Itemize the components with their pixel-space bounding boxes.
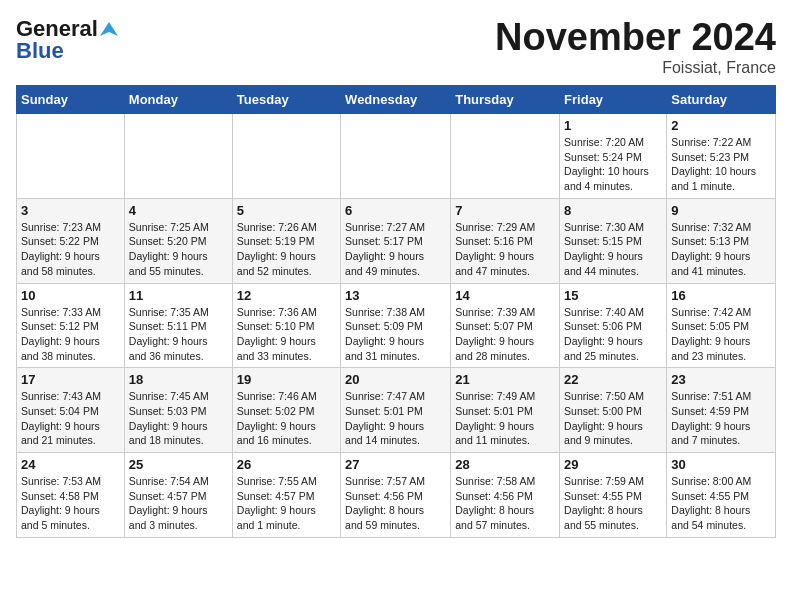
day-info: Sunrise: 7:36 AMSunset: 5:10 PMDaylight:… xyxy=(237,305,336,364)
title-section: November 2024 Foissiat, France xyxy=(495,16,776,77)
calendar-cell xyxy=(17,114,125,199)
day-number: 21 xyxy=(455,372,555,387)
day-info: Sunrise: 7:59 AMSunset: 4:55 PMDaylight:… xyxy=(564,474,662,533)
calendar-cell xyxy=(341,114,451,199)
weekday-header-row: SundayMondayTuesdayWednesdayThursdayFrid… xyxy=(17,86,776,114)
day-info: Sunrise: 7:58 AMSunset: 4:56 PMDaylight:… xyxy=(455,474,555,533)
calendar-cell: 29Sunrise: 7:59 AMSunset: 4:55 PMDayligh… xyxy=(560,453,667,538)
day-info: Sunrise: 7:50 AMSunset: 5:00 PMDaylight:… xyxy=(564,389,662,448)
calendar-cell: 25Sunrise: 7:54 AMSunset: 4:57 PMDayligh… xyxy=(124,453,232,538)
calendar-cell: 7Sunrise: 7:29 AMSunset: 5:16 PMDaylight… xyxy=(451,198,560,283)
svg-marker-0 xyxy=(100,22,118,36)
calendar-cell xyxy=(232,114,340,199)
calendar-table: SundayMondayTuesdayWednesdayThursdayFrid… xyxy=(16,85,776,538)
day-number: 27 xyxy=(345,457,446,472)
calendar-cell: 10Sunrise: 7:33 AMSunset: 5:12 PMDayligh… xyxy=(17,283,125,368)
calendar-cell: 21Sunrise: 7:49 AMSunset: 5:01 PMDayligh… xyxy=(451,368,560,453)
location: Foissiat, France xyxy=(495,59,776,77)
day-info: Sunrise: 7:23 AMSunset: 5:22 PMDaylight:… xyxy=(21,220,120,279)
calendar-cell: 18Sunrise: 7:45 AMSunset: 5:03 PMDayligh… xyxy=(124,368,232,453)
logo: General Blue xyxy=(16,16,118,64)
calendar-cell: 12Sunrise: 7:36 AMSunset: 5:10 PMDayligh… xyxy=(232,283,340,368)
week-row-1: 1Sunrise: 7:20 AMSunset: 5:24 PMDaylight… xyxy=(17,114,776,199)
weekday-header-wednesday: Wednesday xyxy=(341,86,451,114)
calendar-cell: 5Sunrise: 7:26 AMSunset: 5:19 PMDaylight… xyxy=(232,198,340,283)
calendar-cell: 24Sunrise: 7:53 AMSunset: 4:58 PMDayligh… xyxy=(17,453,125,538)
day-number: 8 xyxy=(564,203,662,218)
calendar-cell: 23Sunrise: 7:51 AMSunset: 4:59 PMDayligh… xyxy=(667,368,776,453)
calendar-cell: 27Sunrise: 7:57 AMSunset: 4:56 PMDayligh… xyxy=(341,453,451,538)
day-info: Sunrise: 7:53 AMSunset: 4:58 PMDaylight:… xyxy=(21,474,120,533)
day-number: 9 xyxy=(671,203,771,218)
calendar-cell: 17Sunrise: 7:43 AMSunset: 5:04 PMDayligh… xyxy=(17,368,125,453)
logo-blue: Blue xyxy=(16,38,64,64)
calendar-cell: 6Sunrise: 7:27 AMSunset: 5:17 PMDaylight… xyxy=(341,198,451,283)
day-info: Sunrise: 7:20 AMSunset: 5:24 PMDaylight:… xyxy=(564,135,662,194)
day-number: 10 xyxy=(21,288,120,303)
day-number: 18 xyxy=(129,372,228,387)
calendar-cell: 2Sunrise: 7:22 AMSunset: 5:23 PMDaylight… xyxy=(667,114,776,199)
calendar-cell: 19Sunrise: 7:46 AMSunset: 5:02 PMDayligh… xyxy=(232,368,340,453)
day-info: Sunrise: 7:22 AMSunset: 5:23 PMDaylight:… xyxy=(671,135,771,194)
week-row-2: 3Sunrise: 7:23 AMSunset: 5:22 PMDaylight… xyxy=(17,198,776,283)
calendar-cell: 1Sunrise: 7:20 AMSunset: 5:24 PMDaylight… xyxy=(560,114,667,199)
day-number: 16 xyxy=(671,288,771,303)
week-row-3: 10Sunrise: 7:33 AMSunset: 5:12 PMDayligh… xyxy=(17,283,776,368)
day-info: Sunrise: 7:27 AMSunset: 5:17 PMDaylight:… xyxy=(345,220,446,279)
day-info: Sunrise: 7:25 AMSunset: 5:20 PMDaylight:… xyxy=(129,220,228,279)
calendar-cell: 4Sunrise: 7:25 AMSunset: 5:20 PMDaylight… xyxy=(124,198,232,283)
calendar-cell: 22Sunrise: 7:50 AMSunset: 5:00 PMDayligh… xyxy=(560,368,667,453)
weekday-header-friday: Friday xyxy=(560,86,667,114)
day-info: Sunrise: 7:42 AMSunset: 5:05 PMDaylight:… xyxy=(671,305,771,364)
calendar-cell xyxy=(124,114,232,199)
day-info: Sunrise: 7:47 AMSunset: 5:01 PMDaylight:… xyxy=(345,389,446,448)
week-row-4: 17Sunrise: 7:43 AMSunset: 5:04 PMDayligh… xyxy=(17,368,776,453)
day-number: 22 xyxy=(564,372,662,387)
day-info: Sunrise: 7:49 AMSunset: 5:01 PMDaylight:… xyxy=(455,389,555,448)
weekday-header-monday: Monday xyxy=(124,86,232,114)
calendar-cell: 9Sunrise: 7:32 AMSunset: 5:13 PMDaylight… xyxy=(667,198,776,283)
calendar-cell: 26Sunrise: 7:55 AMSunset: 4:57 PMDayligh… xyxy=(232,453,340,538)
day-number: 6 xyxy=(345,203,446,218)
day-info: Sunrise: 7:38 AMSunset: 5:09 PMDaylight:… xyxy=(345,305,446,364)
day-number: 15 xyxy=(564,288,662,303)
logo-bird-icon xyxy=(100,20,118,38)
calendar-cell: 3Sunrise: 7:23 AMSunset: 5:22 PMDaylight… xyxy=(17,198,125,283)
day-number: 19 xyxy=(237,372,336,387)
day-info: Sunrise: 7:30 AMSunset: 5:15 PMDaylight:… xyxy=(564,220,662,279)
day-info: Sunrise: 7:43 AMSunset: 5:04 PMDaylight:… xyxy=(21,389,120,448)
day-number: 2 xyxy=(671,118,771,133)
day-number: 29 xyxy=(564,457,662,472)
weekday-header-saturday: Saturday xyxy=(667,86,776,114)
weekday-header-sunday: Sunday xyxy=(17,86,125,114)
calendar-cell: 8Sunrise: 7:30 AMSunset: 5:15 PMDaylight… xyxy=(560,198,667,283)
day-number: 11 xyxy=(129,288,228,303)
day-number: 13 xyxy=(345,288,446,303)
calendar-cell: 20Sunrise: 7:47 AMSunset: 5:01 PMDayligh… xyxy=(341,368,451,453)
day-info: Sunrise: 7:32 AMSunset: 5:13 PMDaylight:… xyxy=(671,220,771,279)
day-info: Sunrise: 7:57 AMSunset: 4:56 PMDaylight:… xyxy=(345,474,446,533)
weekday-header-tuesday: Tuesday xyxy=(232,86,340,114)
day-info: Sunrise: 7:55 AMSunset: 4:57 PMDaylight:… xyxy=(237,474,336,533)
day-info: Sunrise: 8:00 AMSunset: 4:55 PMDaylight:… xyxy=(671,474,771,533)
day-number: 14 xyxy=(455,288,555,303)
day-info: Sunrise: 7:26 AMSunset: 5:19 PMDaylight:… xyxy=(237,220,336,279)
day-number: 3 xyxy=(21,203,120,218)
month-title: November 2024 xyxy=(495,16,776,59)
calendar-cell: 16Sunrise: 7:42 AMSunset: 5:05 PMDayligh… xyxy=(667,283,776,368)
day-info: Sunrise: 7:40 AMSunset: 5:06 PMDaylight:… xyxy=(564,305,662,364)
calendar-cell: 11Sunrise: 7:35 AMSunset: 5:11 PMDayligh… xyxy=(124,283,232,368)
day-info: Sunrise: 7:54 AMSunset: 4:57 PMDaylight:… xyxy=(129,474,228,533)
calendar-cell: 14Sunrise: 7:39 AMSunset: 5:07 PMDayligh… xyxy=(451,283,560,368)
day-number: 25 xyxy=(129,457,228,472)
calendar-cell: 30Sunrise: 8:00 AMSunset: 4:55 PMDayligh… xyxy=(667,453,776,538)
day-number: 7 xyxy=(455,203,555,218)
day-number: 5 xyxy=(237,203,336,218)
day-number: 1 xyxy=(564,118,662,133)
day-number: 30 xyxy=(671,457,771,472)
day-number: 12 xyxy=(237,288,336,303)
page-header: General Blue November 2024 Foissiat, Fra… xyxy=(16,16,776,77)
day-info: Sunrise: 7:51 AMSunset: 4:59 PMDaylight:… xyxy=(671,389,771,448)
day-info: Sunrise: 7:33 AMSunset: 5:12 PMDaylight:… xyxy=(21,305,120,364)
day-number: 24 xyxy=(21,457,120,472)
